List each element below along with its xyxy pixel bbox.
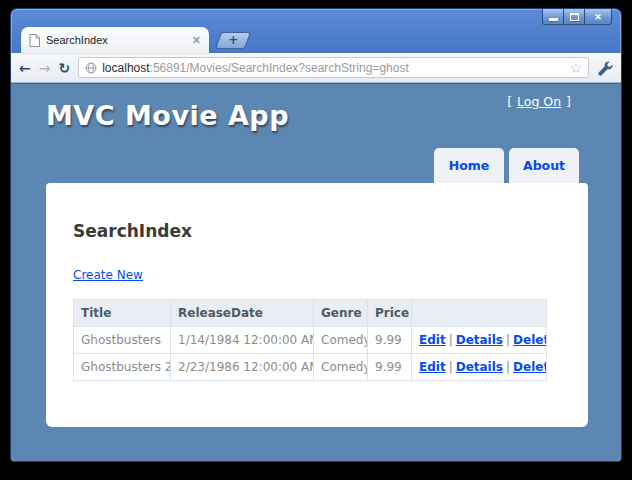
details-link[interactable]: Details xyxy=(456,333,503,347)
close-icon: ✕ xyxy=(594,12,602,22)
browser-toolbar: ← → ↻ localhost:56891/Movies/SearchIndex… xyxy=(11,53,621,83)
table-header-row: Title ReleaseDate Genre Price xyxy=(74,300,547,327)
maximize-button[interactable] xyxy=(563,9,585,25)
maximize-icon xyxy=(570,13,579,21)
window-titlebar[interactable]: ✕ SearchIndex ✕ + xyxy=(11,9,621,53)
page-title: SearchIndex xyxy=(73,221,561,241)
cell-actions: Edit|Details|Delete xyxy=(412,327,547,354)
minimize-button[interactable] xyxy=(542,9,564,25)
cell-release-date: 1/14/1984 12:00:00 AM xyxy=(171,327,314,354)
logon-open-bracket: [ xyxy=(507,94,512,109)
site-title: MVC Movie App xyxy=(46,100,289,131)
tab-title: SearchIndex xyxy=(46,34,192,46)
tab-close-icon[interactable]: ✕ xyxy=(192,35,201,46)
movies-table: Title ReleaseDate Genre Price Ghostbuste… xyxy=(73,299,547,381)
action-separator: | xyxy=(449,333,453,347)
details-link[interactable]: Details xyxy=(456,360,503,374)
menu-tab-about[interactable]: About xyxy=(509,148,579,183)
edit-link[interactable]: Edit xyxy=(419,333,446,347)
content-card: SearchIndex Create New Title ReleaseDate… xyxy=(46,183,588,427)
action-separator: | xyxy=(506,333,510,347)
forward-button[interactable]: → xyxy=(39,61,51,75)
menu-tab-home[interactable]: Home xyxy=(434,148,504,183)
delete-link[interactable]: Delete xyxy=(513,360,546,374)
cell-price: 9.99 xyxy=(368,354,412,381)
page-viewport: [Log On] MVC Movie App Home About Search… xyxy=(11,83,621,461)
close-button[interactable]: ✕ xyxy=(584,9,612,25)
browser-tab[interactable]: SearchIndex ✕ xyxy=(21,27,209,53)
delete-link[interactable]: Delete xyxy=(513,333,546,347)
minimize-icon xyxy=(549,18,558,21)
action-separator: | xyxy=(449,360,453,374)
reload-button[interactable]: ↻ xyxy=(58,61,70,75)
logon-close-bracket: ] xyxy=(566,94,571,109)
header-price: Price xyxy=(368,300,412,327)
cell-genre: Comedy xyxy=(314,327,368,354)
edit-link[interactable]: Edit xyxy=(419,360,446,374)
cell-title: Ghostbusters xyxy=(74,327,171,354)
address-bar[interactable]: localhost:56891/Movies/SearchIndex?searc… xyxy=(78,57,589,78)
bookmark-star-icon[interactable]: ☆ xyxy=(569,61,582,75)
site-menu: Home About xyxy=(434,148,579,183)
url-text: localhost:56891/Movies/SearchIndex?searc… xyxy=(102,61,409,75)
new-tab-button[interactable]: + xyxy=(215,32,251,49)
plus-icon: + xyxy=(228,34,238,46)
browser-window: ✕ SearchIndex ✕ + ← → ↻ xyxy=(10,8,622,462)
header-release-date: ReleaseDate xyxy=(171,300,314,327)
wrench-menu-icon[interactable] xyxy=(597,60,613,76)
window-controls: ✕ xyxy=(543,9,612,25)
cell-price: 9.99 xyxy=(368,327,412,354)
cell-release-date: 2/23/1986 12:00:00 AM xyxy=(171,354,314,381)
logon-link[interactable]: Log On xyxy=(517,94,561,109)
table-row: Ghostbusters 1/14/1984 12:00:00 AM Comed… xyxy=(74,327,547,354)
url-host: localhost xyxy=(102,61,149,75)
back-button[interactable]: ← xyxy=(19,61,31,75)
logon-area: [Log On] xyxy=(507,94,571,109)
globe-icon xyxy=(85,62,97,74)
header-genre: Genre xyxy=(314,300,368,327)
header-title: Title xyxy=(74,300,171,327)
cell-actions: Edit|Details|Delete xyxy=(412,354,547,381)
header-actions xyxy=(412,300,547,327)
screenshot-stage: ✕ SearchIndex ✕ + ← → ↻ xyxy=(0,0,632,480)
action-separator: | xyxy=(506,360,510,374)
create-new-link[interactable]: Create New xyxy=(73,268,143,282)
cell-genre: Comedy xyxy=(314,354,368,381)
page-favicon-icon xyxy=(29,34,40,47)
cell-title: Ghostbusters 2 xyxy=(74,354,171,381)
url-path: :56891/Movies/SearchIndex?searchString=g… xyxy=(150,61,409,75)
table-row: Ghostbusters 2 2/23/1986 12:00:00 AM Com… xyxy=(74,354,547,381)
